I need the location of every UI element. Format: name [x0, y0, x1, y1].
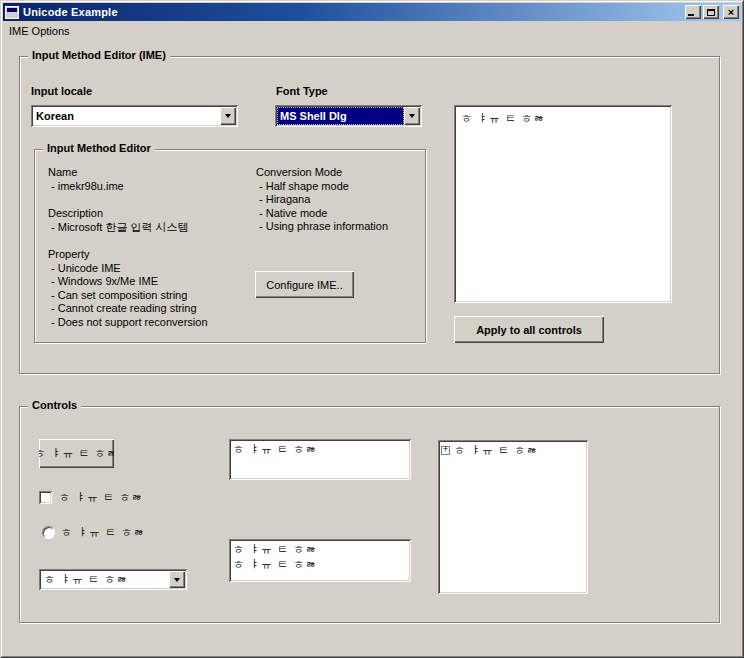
font-type-combobox[interactable]: MS Shell Dlg	[275, 105, 422, 127]
ime-property-item: - Does not support reconversion	[48, 316, 208, 330]
window-title: Unicode Example	[23, 6, 685, 18]
title-bar[interactable]: Unicode Example ×	[3, 3, 741, 21]
ime-description-value: - Microsoft 한글 입력 시스템	[48, 221, 189, 235]
ime-info-groupbox-title: Input Method Editor	[43, 142, 155, 154]
input-locale-combobox[interactable]: Korean	[31, 105, 238, 127]
ime-property-item: - Unicode IME	[48, 262, 208, 276]
ime-conversion-item: - Using phrase information	[256, 220, 388, 234]
sample-multiline-edit-box[interactable]: ㅎ ㅑㅠ ㅌ ㅎㅀ ㅎ ㅑㅠ ㅌ ㅎㅀ	[229, 539, 411, 582]
font-type-dropdown-button[interactable]	[404, 107, 420, 125]
chevron-down-icon	[409, 114, 415, 118]
ime-name-block: Name - imekr98u.ime	[48, 166, 124, 193]
ime-groupbox-title: Input Method Editor (IME)	[28, 49, 170, 61]
ime-property-block: Property - Unicode IME - Windows 9x/Me I…	[48, 248, 208, 329]
font-type-value: MS Shell Dlg	[277, 107, 404, 125]
menu-item-ime-options[interactable]: IME Options	[4, 24, 75, 38]
sample-combobox-value: ㅎ ㅑㅠ ㅌ ㅎㅀ	[41, 571, 169, 588]
sample-radio-label: ㅎ ㅑㅠ ㅌ ㅎㅀ	[61, 525, 145, 540]
sample-checkbox[interactable]	[39, 491, 52, 504]
controls-groupbox-title: Controls	[28, 399, 81, 411]
sample-combobox[interactable]: ㅎ ㅑㅠ ㅌ ㅎㅀ	[39, 569, 187, 590]
input-locale-dropdown-button[interactable]	[220, 107, 236, 125]
multiline-edit-line: ㅎ ㅑㅠ ㅌ ㅎㅀ	[233, 542, 407, 557]
chevron-down-icon	[174, 578, 180, 582]
sample-radio[interactable]	[42, 526, 55, 539]
input-locale-label: Input locale	[31, 85, 92, 97]
input-locale-value: Korean	[33, 107, 220, 125]
ime-property-item: - Windows 9x/Me IME	[48, 275, 208, 289]
ime-conversion-item: - Half shape mode	[256, 180, 388, 194]
ime-name-value: - imekr98u.ime	[48, 180, 124, 194]
maximize-icon	[707, 9, 715, 16]
sample-combobox-dropdown-button[interactable]	[169, 571, 185, 588]
ime-conversion-block: Conversion Mode - Half shape mode - Hira…	[256, 166, 388, 234]
tree-item-label: ㅎ ㅑㅠ ㅌ ㅎㅀ	[454, 443, 538, 458]
ime-property-item: - Can set composition string	[48, 289, 208, 303]
sample-edit-box[interactable]: ㅎ ㅑㅠ ㅌ ㅎㅀ	[229, 439, 411, 480]
ime-conversion-label: Conversion Mode	[256, 166, 388, 180]
ime-property-item: - Cannot create reading string	[48, 302, 208, 316]
sample-checkbox-label: ㅎ ㅑㅠ ㅌ ㅎㅀ	[59, 490, 143, 505]
maximize-button[interactable]	[703, 5, 719, 19]
sample-radio-row: ㅎ ㅑㅠ ㅌ ㅎㅀ	[42, 525, 145, 540]
minimize-icon	[688, 14, 694, 16]
close-button[interactable]: ×	[723, 5, 739, 19]
ime-conversion-item: - Native mode	[256, 207, 388, 221]
menu-bar: IME Options	[4, 22, 740, 39]
window-icon	[5, 6, 19, 19]
tree-item[interactable]: + ㅎ ㅑㅠ ㅌ ㅎㅀ	[438, 440, 588, 458]
close-icon: ×	[728, 7, 734, 17]
ime-description-label: Description	[48, 207, 189, 221]
sample-treeview[interactable]: + ㅎ ㅑㅠ ㅌ ㅎㅀ	[438, 440, 588, 594]
sample-button[interactable]: ㅎ ㅑㅠ ㅌ ㅎㅀ	[39, 439, 114, 468]
ime-description-block: Description - Microsoft 한글 입력 시스템	[48, 207, 189, 234]
font-type-label: Font Type	[276, 85, 328, 97]
ime-property-label: Property	[48, 248, 208, 262]
sample-checkbox-row: ㅎ ㅑㅠ ㅌ ㅎㅀ	[39, 490, 143, 505]
minimize-button[interactable]	[685, 5, 701, 19]
ime-name-label: Name	[48, 166, 124, 180]
multiline-edit-line: ㅎ ㅑㅠ ㅌ ㅎㅀ	[233, 557, 407, 572]
ime-conversion-item: - Hiragana	[256, 193, 388, 207]
ime-preview-textarea[interactable]: ㅎ ㅑㅠ ㅌ ㅎㅀ	[454, 105, 672, 303]
configure-ime-button[interactable]: Configure IME..	[255, 271, 354, 298]
tree-expander-icon[interactable]: +	[441, 446, 450, 455]
chevron-down-icon	[225, 114, 231, 118]
unicode-example-window: Unicode Example × IME Options Input Meth…	[0, 0, 744, 658]
apply-to-all-controls-button[interactable]: Apply to all controls	[454, 316, 604, 343]
